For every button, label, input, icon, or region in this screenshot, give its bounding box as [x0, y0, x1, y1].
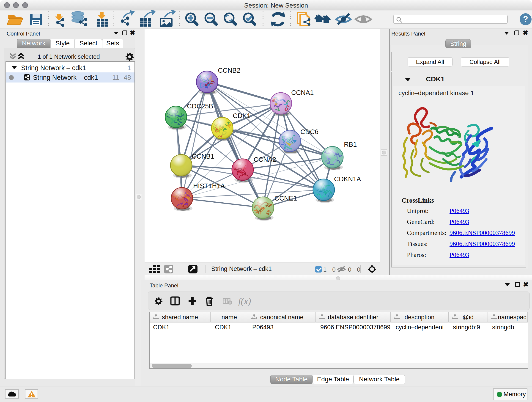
svg-text:CCNA2: CCNA2: [254, 156, 276, 163]
svg-text:CDC6: CDC6: [300, 128, 318, 135]
svg-text:CDK1: CDK1: [233, 112, 250, 119]
svg-text:CCNB2: CCNB2: [218, 67, 240, 74]
svg-text:RB1: RB1: [344, 141, 357, 148]
svg-text:HIST1H1A: HIST1H1A: [193, 182, 225, 190]
svg-text:CCNB1: CCNB1: [192, 153, 214, 160]
svg-text:CCNA1: CCNA1: [291, 89, 314, 96]
svg-text:CDC25B: CDC25B: [187, 102, 213, 110]
svg-text:CDKN1A: CDKN1A: [334, 175, 361, 183]
svg-text:CCNE1: CCNE1: [274, 195, 297, 202]
